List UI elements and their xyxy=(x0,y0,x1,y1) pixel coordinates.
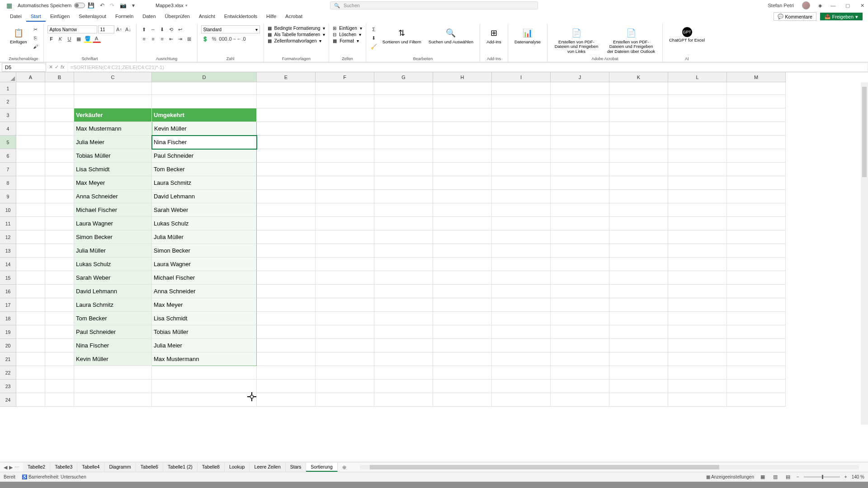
col-header-D[interactable]: D xyxy=(152,72,257,82)
cell-F14[interactable] xyxy=(316,258,374,271)
cell-H7[interactable] xyxy=(433,163,492,176)
cell-A3[interactable] xyxy=(16,108,45,122)
cell-H8[interactable] xyxy=(433,176,492,190)
delete-cells-button[interactable]: ⊟ Löschen ▾ xyxy=(333,32,361,38)
cell-C10[interactable]: Michael Fischer xyxy=(74,203,152,217)
cell-C1[interactable] xyxy=(74,82,152,95)
row-header-17[interactable]: 17 xyxy=(0,298,16,312)
cell-C18[interactable]: Tom Becker xyxy=(74,312,152,325)
cell-J15[interactable] xyxy=(551,271,609,285)
cell-E18[interactable] xyxy=(257,312,316,325)
cell-M13[interactable] xyxy=(727,244,786,258)
number-format-combo[interactable]: Standard ▾ xyxy=(201,25,260,33)
cell-F9[interactable] xyxy=(316,190,374,203)
cell-L8[interactable] xyxy=(668,176,727,190)
cell-L7[interactable] xyxy=(668,163,727,176)
format-cells-button[interactable]: ▦ Format ▾ xyxy=(333,38,359,44)
ribbon-tab-einfügen[interactable]: Einfügen xyxy=(46,12,74,22)
cell-G5[interactable] xyxy=(374,136,433,149)
cell-J21[interactable] xyxy=(551,352,609,366)
select-all-corner[interactable] xyxy=(0,72,16,82)
cell-B10[interactable] xyxy=(45,203,74,217)
cell-M14[interactable] xyxy=(727,258,786,271)
cell-I5[interactable] xyxy=(492,136,551,149)
cell-D11[interactable]: Lukas Schulz xyxy=(152,217,257,230)
cell-G13[interactable] xyxy=(374,244,433,258)
cell-M10[interactable] xyxy=(727,203,786,217)
cell-L13[interactable] xyxy=(668,244,727,258)
cell-G12[interactable] xyxy=(374,230,433,244)
cell-J13[interactable] xyxy=(551,244,609,258)
cell-J16[interactable] xyxy=(551,285,609,298)
cell-K24[interactable] xyxy=(609,393,668,407)
col-header-J[interactable]: J xyxy=(551,72,609,82)
cell-J3[interactable] xyxy=(551,108,609,122)
cell-C2[interactable] xyxy=(74,95,152,108)
cell-I22[interactable] xyxy=(492,366,551,380)
cell-M18[interactable] xyxy=(727,312,786,325)
cell-H1[interactable] xyxy=(433,82,492,95)
cell-C12[interactable]: Simon Becker xyxy=(74,230,152,244)
cell-J18[interactable] xyxy=(551,312,609,325)
cell-C21[interactable]: Kevin Müller xyxy=(74,352,152,366)
cell-A12[interactable] xyxy=(16,230,45,244)
cell-G8[interactable] xyxy=(374,176,433,190)
cell-K17[interactable] xyxy=(609,298,668,312)
cell-D21[interactable]: Max Mustermann xyxy=(152,352,257,366)
cell-K5[interactable] xyxy=(609,136,668,149)
orientation-icon[interactable]: ⟲ xyxy=(167,25,175,33)
cell-B18[interactable] xyxy=(45,312,74,325)
cell-E5[interactable] xyxy=(257,136,316,149)
format-painter-icon[interactable]: 🖌 xyxy=(32,42,40,51)
cell-H6[interactable] xyxy=(433,149,492,163)
cell-E3[interactable] xyxy=(257,108,316,122)
cell-F17[interactable] xyxy=(316,298,374,312)
autosum-icon[interactable]: Σ xyxy=(370,25,378,33)
cell-K1[interactable] xyxy=(609,82,668,95)
row-header-4[interactable]: 4 xyxy=(0,122,16,136)
cell-B9[interactable] xyxy=(45,190,74,203)
horizontal-scrollbar[interactable] xyxy=(360,465,859,469)
row-header-14[interactable]: 14 xyxy=(0,258,16,271)
cell-G11[interactable] xyxy=(374,217,433,230)
sheet-prev-icon[interactable]: ▶ xyxy=(9,465,13,470)
cell-F21[interactable] xyxy=(316,352,374,366)
cell-H17[interactable] xyxy=(433,298,492,312)
cell-B8[interactable] xyxy=(45,176,74,190)
cell-I9[interactable] xyxy=(492,190,551,203)
cell-J1[interactable] xyxy=(551,82,609,95)
border-icon[interactable]: ▦ xyxy=(75,35,83,43)
sheet-tab-leere-zeilen[interactable]: Leere Zeilen xyxy=(250,463,285,472)
col-header-C[interactable]: C xyxy=(74,72,152,82)
cell-K13[interactable] xyxy=(609,244,668,258)
ribbon-tab-daten[interactable]: Daten xyxy=(138,12,160,22)
cell-F16[interactable] xyxy=(316,285,374,298)
cell-F10[interactable] xyxy=(316,203,374,217)
cell-B24[interactable] xyxy=(45,393,74,407)
cell-L2[interactable] xyxy=(668,95,727,108)
zoom-in-icon[interactable]: + xyxy=(844,474,847,479)
cell-M11[interactable] xyxy=(727,217,786,230)
cell-C20[interactable]: Nina Fischer xyxy=(74,339,152,352)
row-header-23[interactable]: 23 xyxy=(0,380,16,393)
cell-C19[interactable]: Paul Schneider xyxy=(74,325,152,339)
cell-I10[interactable] xyxy=(492,203,551,217)
pdf-outlook-button[interactable]: 📄Erstellen von PDF-Dateien und Freigeben… xyxy=(604,25,659,56)
cell-I7[interactable] xyxy=(492,163,551,176)
cell-G1[interactable] xyxy=(374,82,433,95)
row-header-2[interactable]: 2 xyxy=(0,95,16,108)
cell-A2[interactable] xyxy=(16,95,45,108)
cell-K14[interactable] xyxy=(609,258,668,271)
cell-I19[interactable] xyxy=(492,325,551,339)
cell-L11[interactable] xyxy=(668,217,727,230)
cell-K3[interactable] xyxy=(609,108,668,122)
cell-H16[interactable] xyxy=(433,285,492,298)
cell-C24[interactable] xyxy=(74,393,152,407)
row-header-6[interactable]: 6 xyxy=(0,149,16,163)
font-size-combo[interactable]: 11 xyxy=(98,25,114,33)
cell-F12[interactable] xyxy=(316,230,374,244)
cell-F19[interactable] xyxy=(316,325,374,339)
cell-F20[interactable] xyxy=(316,339,374,352)
cell-L18[interactable] xyxy=(668,312,727,325)
cell-D19[interactable]: Tobias Müller xyxy=(152,325,257,339)
